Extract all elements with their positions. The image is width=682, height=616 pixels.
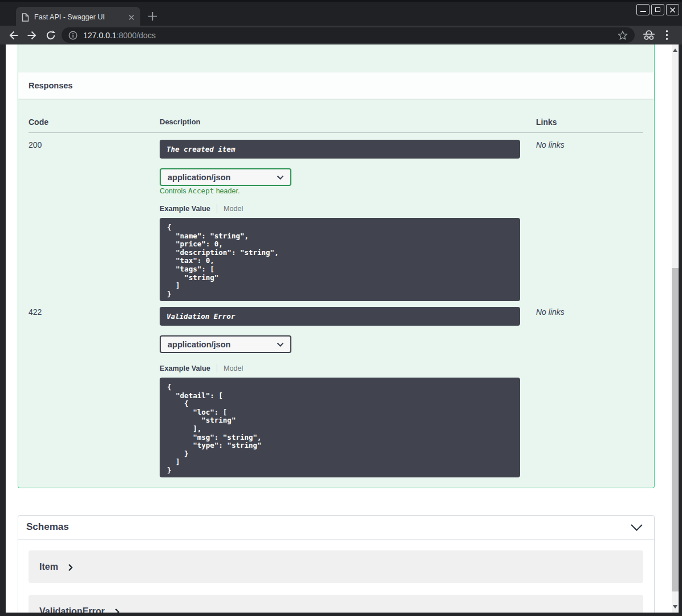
example-model-tabs-200: Example Value Model <box>160 204 243 213</box>
url-host: 127.0.0.1 <box>83 31 116 40</box>
minimize-button[interactable] <box>636 4 649 15</box>
note-prefix: Controls <box>160 187 188 195</box>
scroll-up-icon[interactable] <box>673 48 677 52</box>
responses-section-header: Responses <box>18 72 654 99</box>
example-model-tabs-422: Example Value Model <box>160 364 243 372</box>
bookmark-star-icon[interactable] <box>618 30 628 40</box>
tab-close-icon[interactable] <box>128 14 135 21</box>
forward-icon[interactable] <box>26 30 38 41</box>
media-type-select-422[interactable]: application/json <box>160 335 291 353</box>
chevron-right-icon <box>68 564 73 572</box>
page-favicon-icon <box>22 13 29 22</box>
table-header-divider <box>29 132 643 133</box>
post-opblock-responses: Responses Code Description Links 200 The… <box>18 44 655 488</box>
maximize-icon <box>655 7 660 12</box>
scroll-down-icon[interactable] <box>673 605 677 609</box>
browser-titlebar: Fast API - Swagger UI <box>0 0 682 26</box>
tab-title: Fast API - Swagger UI <box>34 13 125 21</box>
minimize-icon <box>640 11 646 12</box>
url-text[interactable]: 127.0.0.1:8000/docs <box>83 31 156 40</box>
example-json-block-422: { "detail": [ { "loc": [ "string" ], "ms… <box>160 378 520 477</box>
chevron-right-icon <box>115 608 120 613</box>
scrollbar-thumb[interactable] <box>672 268 679 591</box>
chevron-down-icon <box>277 175 284 180</box>
media-type-value: application/json <box>168 340 230 349</box>
schemas-section: Schemas Item ValidationError <box>18 515 655 613</box>
model-name: Item <box>39 562 58 572</box>
close-button[interactable] <box>666 4 679 15</box>
model-name: ValidationError <box>39 606 105 613</box>
schemas-title: Schemas <box>26 521 69 533</box>
vertical-scrollbar[interactable] <box>672 44 679 613</box>
controls-accept-note: Controls Accept header. <box>160 187 239 195</box>
example-json-block-200: { "name": "string", "price": 0, "descrip… <box>160 218 520 301</box>
media-type-value: application/json <box>168 173 230 182</box>
browser-window: Fast API - Swagger UI <box>0 0 682 616</box>
response-code-422: 422 <box>29 307 42 317</box>
schema-model-validationerror[interactable]: ValidationError <box>29 595 643 613</box>
note-accept: Accept <box>188 187 214 195</box>
address-bar[interactable]: 127.0.0.1:8000/docs <box>62 27 635 43</box>
tab-separator <box>217 364 217 372</box>
tab-separator <box>217 204 217 213</box>
responses-title: Responses <box>29 81 72 90</box>
incognito-icon <box>642 30 656 40</box>
site-info-icon[interactable] <box>68 31 78 40</box>
swagger-page: Responses Code Description Links 200 The… <box>6 44 672 613</box>
note-suffix: header. <box>214 187 239 195</box>
tab-model[interactable]: Model <box>224 364 243 372</box>
maximize-button[interactable] <box>651 4 664 15</box>
new-tab-icon[interactable] <box>148 11 157 21</box>
tab-model[interactable]: Model <box>224 205 243 213</box>
schemas-divider <box>18 539 654 540</box>
tab-example-value[interactable]: Example Value <box>160 364 210 372</box>
column-header-code: Code <box>29 117 48 127</box>
column-header-description: Description <box>160 117 201 126</box>
links-cell-200: No links <box>536 140 565 149</box>
back-icon[interactable] <box>8 30 19 41</box>
column-header-links: Links <box>536 117 557 127</box>
schema-model-item[interactable]: Item <box>29 550 643 583</box>
close-icon <box>669 7 676 13</box>
example-json-200: { "name": "string", "price": 0, "descrip… <box>167 224 520 298</box>
reload-icon[interactable] <box>45 30 56 41</box>
response-description-422: Validation Error <box>160 307 520 326</box>
response-description-200: The created item <box>160 140 520 159</box>
response-code-200: 200 <box>29 140 42 149</box>
tab-example-value[interactable]: Example Value <box>160 205 210 213</box>
browser-tab[interactable]: Fast API - Swagger UI <box>16 7 140 27</box>
chevron-down-icon <box>277 342 284 347</box>
browser-toolbar: 127.0.0.1:8000/docs <box>0 26 682 44</box>
url-path: :8000/docs <box>116 31 156 40</box>
example-json-422: { "detail": [ { "loc": [ "string" ], "ms… <box>167 383 520 475</box>
menu-icon[interactable] <box>665 30 668 40</box>
media-type-select-200[interactable]: application/json <box>160 168 291 186</box>
chevron-down-icon[interactable] <box>630 524 643 532</box>
links-cell-422: No links <box>536 307 565 317</box>
